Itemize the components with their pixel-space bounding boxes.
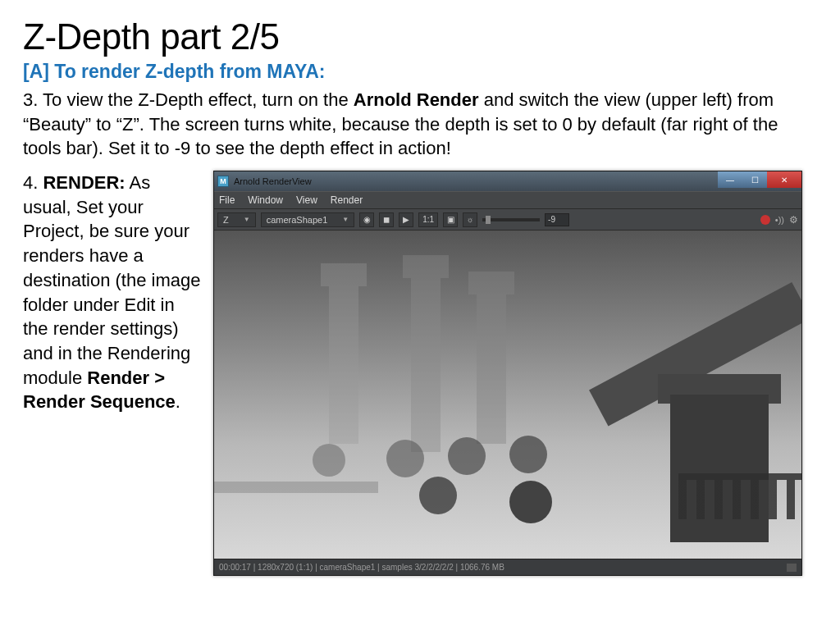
menu-window[interactable]: Window	[248, 194, 283, 206]
gear-icon[interactable]: ⚙	[789, 214, 798, 226]
arnold-renderview-window: M Arnold RenderView — ☐ ✕ File Window Vi…	[213, 171, 802, 576]
resize-grip-icon[interactable]	[787, 564, 797, 572]
scene-sphere	[419, 477, 457, 514]
ratio-button[interactable]: 1:1	[418, 212, 438, 227]
signal-icon: •))	[775, 215, 784, 225]
chevron-down-icon: ▼	[244, 216, 250, 223]
render-viewport[interactable]	[214, 231, 801, 559]
stop-button[interactable]: ◼	[379, 212, 394, 227]
menu-bar: File Window View Render	[214, 191, 801, 209]
scene-sphere	[448, 437, 486, 475]
region-button[interactable]: ▣	[443, 212, 458, 227]
channel-dropdown[interactable]: Z ▼	[217, 212, 256, 227]
exposure-value: -9	[548, 215, 555, 224]
close-button[interactable]: ✕	[767, 171, 801, 188]
ratio-label: 1:1	[422, 215, 434, 224]
camera-value: cameraShape1	[267, 215, 328, 225]
chevron-down-icon: ▼	[342, 216, 349, 223]
step-4-number: 4.	[23, 172, 43, 193]
scene-sphere	[313, 444, 345, 477]
scene-pillar	[329, 263, 358, 444]
exposure-value-field[interactable]: -9	[545, 213, 569, 226]
app-icon: M	[217, 176, 229, 187]
target-icon: ◉	[363, 215, 371, 224]
scene-sphere	[509, 481, 552, 523]
scene-sphere	[509, 436, 547, 473]
scene-sphere	[386, 440, 424, 477]
exposure-slider[interactable]	[482, 218, 540, 221]
crop-icon: ▣	[447, 215, 454, 224]
menu-file[interactable]: File	[219, 194, 235, 206]
camera-dropdown[interactable]: cameraShape1 ▼	[261, 212, 355, 227]
status-bar: 00:00:17 | 1280x720 (1:1) | cameraShape1…	[214, 559, 801, 575]
play-button[interactable]: ▶	[399, 212, 413, 227]
step-3-pre: To view the Z-Depth effect, turn on the	[43, 89, 354, 110]
status-text: 00:00:17 | 1280x720 (1:1) | cameraShape1…	[219, 563, 504, 572]
scene-pillar	[411, 255, 441, 452]
section-heading: [A] To render Z-depth from MAYA:	[23, 61, 817, 83]
page-title: Z-Depth part 2/5	[23, 16, 817, 57]
play-icon: ▶	[403, 215, 409, 224]
scene-pillar	[477, 272, 506, 444]
step-4-end: .	[176, 391, 180, 412]
window-title: Arnold RenderView	[234, 176, 312, 186]
scene-railing	[678, 480, 801, 519]
window-titlebar[interactable]: M Arnold RenderView — ☐ ✕	[214, 171, 801, 191]
step-3-text: 3. To view the Z-Depth effect, turn on t…	[23, 88, 817, 161]
maximize-button[interactable]: ☐	[742, 171, 767, 188]
stop-icon: ◼	[383, 215, 390, 224]
step-3-bold: Arnold Render	[354, 89, 479, 110]
channel-value: Z	[223, 215, 229, 225]
sun-icon: ☼	[467, 215, 474, 224]
step-4-text: 4. RENDER: As usual, Set your Project, b…	[23, 171, 203, 414]
step-4-mid: As usual, Set your Project, be sure your…	[23, 172, 200, 388]
refresh-button[interactable]: ◉	[359, 212, 374, 227]
toolbar: Z ▼ cameraShape1 ▼ ◉ ◼ ▶	[214, 209, 801, 231]
scene-railing	[214, 482, 378, 493]
step-3-number: 3.	[23, 89, 43, 110]
minimize-button[interactable]: —	[718, 171, 742, 188]
menu-view[interactable]: View	[296, 194, 317, 206]
scene-column	[670, 395, 769, 542]
step-4-bold-render: RENDER:	[43, 172, 125, 193]
menu-render[interactable]: Render	[331, 194, 363, 206]
record-indicator-icon[interactable]	[760, 215, 770, 225]
exposure-button[interactable]: ☼	[463, 212, 477, 227]
scene-railing-top	[678, 473, 801, 480]
